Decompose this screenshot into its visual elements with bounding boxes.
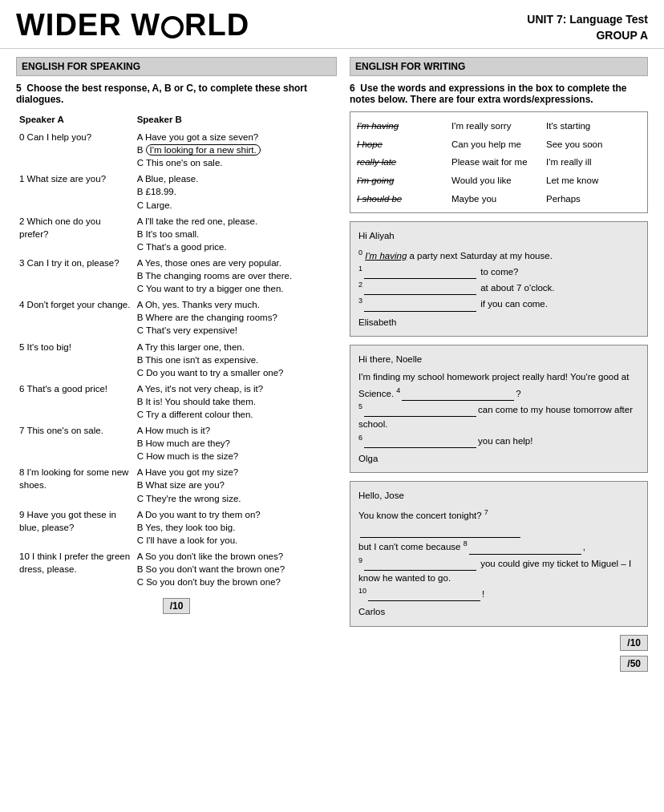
letter-jose-greeting: Hello, Jose <box>358 488 639 503</box>
word-box-table: I'm having I'm really sorry It's startin… <box>357 117 641 208</box>
superscript-4: 4 <box>396 386 400 394</box>
word-2-1: I hope <box>357 135 451 154</box>
speaker-a-1: 1 What size are you? <box>16 171 134 212</box>
blank-8[interactable] <box>469 539 581 554</box>
blank-5[interactable] <box>364 402 476 417</box>
speaking-title: ENGLISH FOR SPEAKING <box>16 57 337 76</box>
answer-0: I'm having <box>365 251 407 261</box>
letter-noelle-greeting: Hi there, Noelle <box>358 352 639 366</box>
word-4-1: I'm going <box>357 172 451 190</box>
table-row: 10 I think I prefer the green dress, ple… <box>16 548 337 590</box>
speaker-b-header: Speaker B <box>134 111 337 129</box>
table-row: 0 Can I help you? A Have you got a size … <box>16 129 337 171</box>
blank-10[interactable] <box>368 586 480 601</box>
speaking-instruction: 5 Choose the best response, A, B or C, t… <box>16 83 337 105</box>
table-row: 5 It's too big! A Try this larger one, t… <box>16 339 337 381</box>
total-score-area: /50 <box>350 656 648 672</box>
word-3-2: Please wait for me <box>451 153 546 172</box>
speaker-a-9: 9 Have you got these in blue, please? <box>16 507 134 548</box>
speaker-b-1: A Blue, please. B £18.99. C Large. <box>134 171 337 212</box>
writing-score-area: /10 <box>350 635 648 651</box>
table-row: 4 Don't forget your change. A Oh, yes. T… <box>16 297 337 338</box>
q6-instruction: Use the words and expressions in the box… <box>350 83 626 105</box>
writing-instruction: 6 Use the words and expressions in the b… <box>350 83 648 105</box>
blank-2[interactable] <box>364 280 476 295</box>
word-2-2: Can you help me <box>451 135 546 154</box>
letter-jose-body: You know the concert tonight? 7 but I ca… <box>358 507 639 602</box>
speaker-b-8: A Have you got my size? B What size are … <box>134 464 337 506</box>
letter-noelle-body: I'm finding my school homework project r… <box>358 370 639 447</box>
word-1-3: It's starting <box>546 117 641 135</box>
blank-1[interactable] <box>364 264 476 279</box>
speaker-a-4: 4 Don't forget your change. <box>16 297 134 338</box>
speaker-b-4: A Oh, yes. Thanks very much. B Where are… <box>134 297 337 338</box>
word-3-1: really late <box>357 153 451 172</box>
table-row: 3 Can I try it on, please? A Yes, those … <box>16 255 337 297</box>
blank-7[interactable] <box>360 523 520 538</box>
superscript-10: 10 <box>358 587 366 595</box>
superscript-8: 8 <box>464 539 468 547</box>
word-box: I'm having I'm really sorry It's startin… <box>350 111 648 213</box>
word-1-1: I'm having <box>357 117 451 135</box>
superscript-5: 5 <box>358 402 362 410</box>
letter-aliyah-greeting: Hi Aliyah <box>358 228 639 243</box>
logo: WIDER WRLD <box>16 10 249 40</box>
word-3-3: I'm really ill <box>546 153 641 172</box>
page: WIDER WRLD UNIT 7: Language Test GROUP A… <box>0 0 664 812</box>
group-label: GROUP A <box>527 29 648 42</box>
speaker-a-10: 10 I think I prefer the green dress, ple… <box>16 548 134 590</box>
table-row: 2 Which one do you prefer? A I'll take t… <box>16 213 337 255</box>
blank-9[interactable] <box>364 555 476 570</box>
word-row-5: I should be Maybe you Perhaps <box>357 190 641 208</box>
table-row: 1 What size are you? A Blue, please. B £… <box>16 171 337 212</box>
superscript-3: 3 <box>358 297 362 305</box>
speaking-score-area: /10 <box>16 598 337 622</box>
letter-aliyah: Hi Aliyah 0 I'm having a party next Satu… <box>350 221 648 337</box>
q5-number: 5 <box>16 83 22 94</box>
speaker-a-8: 8 I'm looking for some new shoes. <box>16 464 134 506</box>
blank-3[interactable] <box>364 296 476 311</box>
word-2-3: See you soon <box>546 135 641 154</box>
header-right: UNIT 7: Language Test GROUP A <box>527 10 648 42</box>
speaker-a-7: 7 This one's on sale. <box>16 422 134 464</box>
table-row: 6 That's a good price! A Yes, it's not v… <box>16 381 337 422</box>
speaker-a-2: 2 Which one do you prefer? <box>16 213 134 255</box>
correct-answer-b0: I'm looking for a new shirt. <box>146 144 261 156</box>
blank-6[interactable] <box>364 433 476 448</box>
superscript-0: 0 <box>358 248 362 257</box>
speaker-a-0: 0 Can I help you? <box>16 129 134 171</box>
speaker-a-header: Speaker A <box>16 111 134 129</box>
word-1-2: I'm really sorry <box>451 117 546 135</box>
speaker-a-3: 3 Can I try it on, please? <box>16 255 134 297</box>
word-row-4: I'm going Would you like Let me know <box>357 172 641 190</box>
blank-4[interactable] <box>402 386 514 401</box>
word-5-3: Perhaps <box>546 190 641 208</box>
letter-aliyah-sign: Elisabeth <box>358 315 639 329</box>
main-content: ENGLISH FOR SPEAKING 5 Choose the best r… <box>0 49 664 672</box>
speaking-section: ENGLISH FOR SPEAKING 5 Choose the best r… <box>16 49 337 672</box>
writing-score: /10 <box>620 635 648 651</box>
superscript-7: 7 <box>484 508 488 516</box>
superscript-6: 6 <box>358 434 362 442</box>
table-row: 9 Have you got these in blue, please? A … <box>16 507 337 548</box>
writing-title: ENGLISH FOR WRITING <box>350 57 648 76</box>
word-row-2: I hope Can you help me See you soon <box>357 135 641 154</box>
letter-jose: Hello, Jose You know the concert tonight… <box>350 481 648 626</box>
q5-instruction: Choose the best response, A, B or C, to … <box>16 83 307 105</box>
dialogue-table: Speaker A Speaker B 0 Can I help you? A … <box>16 111 337 590</box>
letter-noelle-sign: Olga <box>358 451 639 466</box>
total-score: /50 <box>620 656 648 672</box>
speaker-b-6: A Yes, it's not very cheap, is it? B It … <box>134 381 337 422</box>
speaker-a-6: 6 That's a good price! <box>16 381 134 422</box>
unit-title: UNIT 7: Language Test <box>527 13 648 26</box>
table-row: 8 I'm looking for some new shoes. A Have… <box>16 464 337 506</box>
word-5-2: Maybe you <box>451 190 546 208</box>
speaking-score: /10 <box>163 598 191 614</box>
table-row: 7 This one's on sale. A How much is it? … <box>16 422 337 464</box>
superscript-1: 1 <box>358 265 362 273</box>
superscript-9: 9 <box>358 556 362 564</box>
letter-noelle: Hi there, Noelle I'm finding my school h… <box>350 345 648 473</box>
speaker-b-3: A Yes, those ones are very popular. B Th… <box>134 255 337 297</box>
word-row-3: really late Please wait for me I'm reall… <box>357 153 641 172</box>
writing-section: ENGLISH FOR WRITING 6 Use the words and … <box>350 49 648 672</box>
